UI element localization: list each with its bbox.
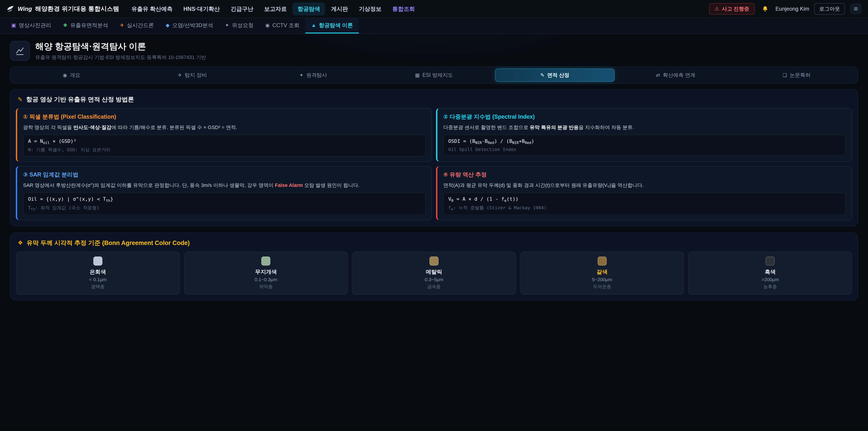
- main-nav: 유출유 확산예측 HNS·대기확산 긴급구난 보고자료 항공탐색 게시판 기상정…: [126, 2, 420, 16]
- incident-status-badge[interactable]: ⚠ 사고 진행중: [709, 3, 754, 15]
- tab-label: 개요: [70, 72, 80, 79]
- color-swatch: [430, 256, 438, 266]
- volume-formula: V0 = A × d / (1 - fe(t)) fe: 누적 증발률 (Sti…: [443, 192, 846, 215]
- method-description: SAR 영상에서 후방산란계수(σ°)의 임계값 이하를 유막으로 판정합니다.…: [23, 182, 426, 189]
- subnav-item-cctv-search[interactable]: ◉ CCTV 조회: [259, 18, 305, 33]
- thickness-name: 은회색: [90, 268, 106, 276]
- method-card-sar-threshold: ③ SAR 임계값 분리법 SAR 영상에서 후방산란계수(σ°)의 임계값 이…: [16, 166, 432, 220]
- color-swatch: [93, 256, 102, 266]
- nav-integrated-search[interactable]: 통합조회: [387, 2, 420, 16]
- brand: Wing 해양환경 위기대응 통합시스템: [6, 5, 119, 13]
- thickness-grid: 은회색 < 0.1μm 광택층 무지개색 0.1~0.3μm 박막층 메탈릭 0…: [16, 251, 852, 295]
- thickness-layer: 두꺼운층: [593, 284, 611, 290]
- thickness-heading-text: 유막 두께 시각적 추정 기준 (Bonn Agreement Color Co…: [26, 239, 190, 247]
- alert-icon: ⚠: [715, 6, 719, 12]
- subnav-item-realtime-drone[interactable]: ✈ 실시간드론: [114, 18, 160, 33]
- nav-emergency-rescue[interactable]: 긴급구난: [225, 2, 258, 16]
- formula-note: Tth: 최적 임계값 (국소 적응형): [28, 205, 421, 211]
- subnav-item-satellite-request[interactable]: ✦ 위성요청: [219, 18, 259, 33]
- subnav-item-oil-area-analysis[interactable]: ❖ 유출유면적분석: [57, 18, 114, 33]
- thickness-range: 0.3~5μm: [425, 277, 443, 282]
- color-swatch: [766, 256, 775, 266]
- subnav-item-pollution-ship-3d[interactable]: ◆ 오염/선박3D분석: [160, 18, 219, 33]
- nav-weather-info[interactable]: 기상정보: [354, 2, 386, 16]
- thickness-layer: 농후층: [763, 284, 777, 290]
- osdi-formula: OSDI = (BNIR-BRed) / (BNIR+BRed) Oil Spi…: [443, 135, 846, 156]
- method-description: 광학 영상의 각 픽셀을 반사도·색상·질감에 따라 기름/해수로 분류. 분류…: [23, 124, 426, 131]
- method-card-pixel-classification: ① 픽셀 분류법 (Pixel Classification) 광학 영상의 각…: [16, 108, 432, 162]
- notifications-button[interactable]: [760, 3, 771, 14]
- nav-oil-spread-forecast[interactable]: 유출유 확산예측: [126, 2, 178, 16]
- thickness-range: 5~200μm: [592, 277, 612, 282]
- tab-detection-equipment[interactable]: ✈ 탐지 장비: [133, 68, 252, 82]
- subnav-label: 영상사진관리: [19, 22, 51, 29]
- subnav-label: 실시간드론: [127, 22, 154, 29]
- formula-line: V0 = A × d / (1 - fe(t)): [448, 196, 841, 203]
- method-title: ① 픽셀 분류법 (Pixel Classification): [23, 113, 426, 120]
- tab-area-calculation[interactable]: ✎ 면적 산정: [495, 68, 615, 82]
- methods-heading-text: 항공 영상 기반 유출유 면적 산정 방법론: [26, 95, 134, 103]
- thickness-name: 무지개색: [255, 268, 277, 276]
- formula-note: N: 기름 픽셀수, GSD: 지상 표본거리: [28, 147, 421, 153]
- thickness-section-heading: ❖ 유막 두께 시각적 추정 기준 (Bonn Agreement Color …: [16, 238, 852, 251]
- method-description: 다중분광 센서로 촬영한 밴드 조합으로 유막 특유의 분광 반응을 지수화하여…: [443, 124, 846, 131]
- subnav-label: 유출유면적분석: [70, 22, 108, 29]
- false-alarm-highlight: False Alarm: [275, 182, 303, 188]
- incident-status-label: 사고 진행중: [722, 5, 749, 12]
- thickness-range: 0.1~0.3μm: [254, 277, 277, 282]
- formula-line: Oil = {(x,y) | σ°(x,y) < Tth}: [28, 196, 421, 203]
- thickness-color-code-panel: ❖ 유막 두께 시각적 추정 기준 (Bonn Agreement Color …: [10, 233, 858, 301]
- thickness-range: < 0.1μm: [89, 277, 106, 282]
- pencil-icon: ✎: [540, 73, 544, 78]
- ship-3d-icon: ◆: [166, 23, 169, 28]
- drone-icon: ✈: [120, 23, 124, 28]
- sar-threshold-formula: Oil = {(x,y) | σ°(x,y) < Tth} Tth: 최적 임계…: [23, 192, 426, 215]
- nav-board[interactable]: 게시판: [326, 2, 353, 16]
- method-title: ② 다중분광 지수법 (Spectral Index): [443, 113, 846, 120]
- tab-remote-sensing[interactable]: ✦ 원격탐사: [253, 68, 373, 82]
- tab-overview[interactable]: ◉ 개요: [12, 68, 131, 82]
- tab-label: 원격탐사: [306, 72, 327, 79]
- tab-esi-map[interactable]: ▦ ESI 방제지도: [374, 68, 494, 82]
- top-bar: Wing 해양환경 위기대응 통합시스템 유출유 확산예측 HNS·대기확산 긴…: [0, 0, 868, 18]
- tab-diffusion-forecast-link[interactable]: ⇄ 확산예측 연계: [616, 68, 736, 82]
- area-methods-panel: ✎ 항공 영상 기반 유출유 면적 산정 방법론 ① 픽셀 분류법 (Pixel…: [10, 89, 858, 226]
- method-description: 면적(A)과 평균 유막 두께(d) 및 풍화 경과 시간(t)으로부터 원래 …: [443, 182, 846, 189]
- palette-icon: ❖: [18, 239, 23, 246]
- app-title: 해양환경 위기대응 통합시스템: [35, 5, 119, 13]
- theory-tab-bar: ◉ 개요 ✈ 탐지 장비 ✦ 원격탐사 ▦ ESI 방제지도 ✎ 면적 산정 ⇄…: [10, 67, 858, 84]
- wing-logo-icon: [6, 5, 14, 13]
- formula-note: Oil Spill Detection Index: [448, 147, 841, 152]
- thickness-layer: 금속층: [427, 284, 441, 290]
- method-title: ③ SAR 임계값 분리법: [23, 171, 426, 178]
- area-analysis-icon: ❖: [63, 23, 68, 28]
- thickness-card-metallic: 메탈릭 0.3~5μm 금속층: [352, 251, 516, 295]
- nav-reports[interactable]: 보고자료: [259, 2, 291, 16]
- formula-note: fe: 누적 증발률 (Stiver & Mackay 1984): [448, 205, 841, 211]
- thickness-layer: 광택층: [91, 284, 105, 290]
- document-icon: ❏: [782, 73, 787, 78]
- top-bar-right: ⚠ 사고 진행중 Eunjeong Kim 로그아웃 ≡: [709, 3, 862, 15]
- page-icon-tile: [10, 41, 30, 61]
- tab-papers-patents[interactable]: ❏ 논문특허: [737, 68, 856, 82]
- thickness-name: 메탈릭: [426, 268, 442, 276]
- nav-hns-atmospheric[interactable]: HNS·대기확산: [178, 2, 225, 16]
- color-swatch: [261, 256, 270, 266]
- nav-aerial-search[interactable]: 항공탐색: [292, 2, 325, 16]
- tab-label: 확산예측 연계: [663, 72, 695, 79]
- subnav-item-aerial-search-theory[interactable]: ▲ 항공탐색 이론: [305, 18, 359, 33]
- methods-section-heading: ✎ 항공 영상 기반 유출유 면적 산정 방법론: [16, 94, 852, 108]
- thickness-card-black: 흑색 >200μm 농후층: [688, 251, 852, 295]
- satellite-icon: ✦: [299, 73, 303, 78]
- photo-icon: ▣: [11, 23, 16, 28]
- thickness-layer: 박막층: [259, 284, 273, 290]
- page-title: 해양 항공탐색·원격탐사 이론: [35, 41, 206, 52]
- hamburger-menu-icon[interactable]: ≡: [850, 3, 862, 14]
- logout-button[interactable]: 로그아웃: [814, 3, 845, 15]
- method-card-spectral-index: ② 다중분광 지수법 (Spectral Index) 다중분광 센서로 촬영한…: [436, 108, 852, 162]
- subnav-item-photo-management[interactable]: ▣ 영상사진관리: [5, 18, 57, 33]
- thickness-name: 갈색: [597, 268, 608, 276]
- tab-label: ESI 방제지도: [423, 72, 453, 79]
- link-icon: ⇄: [656, 73, 660, 78]
- formula-line: A = Noil × (GSD)²: [28, 138, 421, 145]
